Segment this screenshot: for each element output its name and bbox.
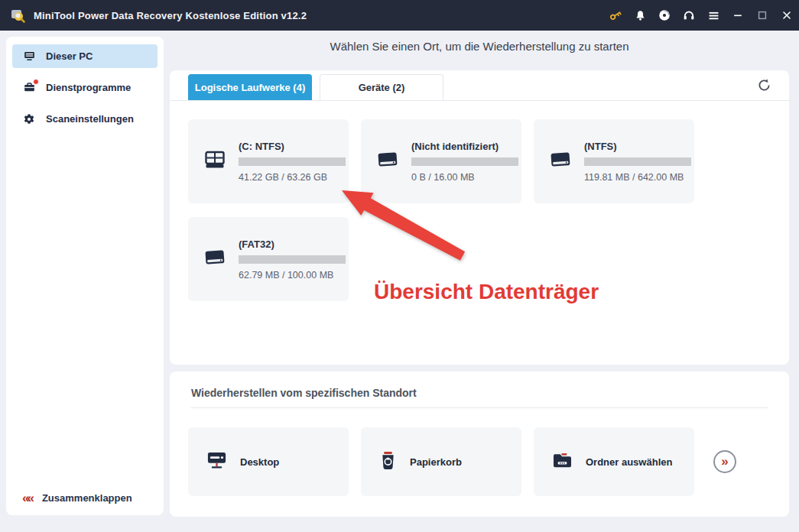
drive-size: 62.79 MB / 100.00 MB xyxy=(239,270,346,281)
double-chevron-left-icon: «« xyxy=(22,491,32,504)
location-card-papierkorb[interactable]: Papierkorb xyxy=(361,427,521,496)
drive-card-nicht-identifiziert[interactable]: (Nicht identifiziert) 0 B / 16.00 MB xyxy=(361,119,521,203)
capacity-bar xyxy=(411,157,518,166)
expand-locations-button[interactable]: » xyxy=(713,450,736,473)
sidebar-item-label: Dieser PC xyxy=(46,50,93,62)
drive-name: (NTFS) xyxy=(584,141,691,152)
drive-size: 41.22 GB / 63.26 GB xyxy=(239,172,346,183)
collapse-sidebar-button[interactable]: «« Zusammenklappen xyxy=(22,491,132,504)
refresh-icon[interactable] xyxy=(755,76,772,93)
annotation-text: Übersicht Datenträger xyxy=(374,280,599,304)
sidebar-item-scaneinstellungen[interactable]: Scaneinstellungen xyxy=(12,107,158,131)
location-label: Papierkorb xyxy=(410,456,462,468)
drive-card-ntfs[interactable]: (NTFS) 119.81 MB / 642.00 MB xyxy=(534,119,694,203)
license-key-icon[interactable] xyxy=(603,0,628,31)
drive-icon xyxy=(376,150,399,173)
specific-location-panel: Wiederherstellen vom spezifischen Stando… xyxy=(170,371,789,517)
drive-name: (FAT32) xyxy=(239,238,346,250)
sidebar-item-label: Dienstprogramme xyxy=(46,82,131,93)
window-title: MiniTool Power Data Recovery Kostenlose … xyxy=(34,10,307,21)
notifications-bell-icon[interactable] xyxy=(628,0,652,31)
drive-name: (Nicht identifiziert) xyxy=(411,141,518,152)
app-logo-icon xyxy=(9,7,26,24)
location-label: Ordner auswählen xyxy=(586,456,672,468)
capacity-bar xyxy=(239,157,346,166)
drive-icon xyxy=(203,248,226,271)
pc-icon xyxy=(22,50,36,63)
drive-size: 119.81 MB / 642.00 MB xyxy=(584,172,691,183)
maximize-icon[interactable] xyxy=(750,0,775,31)
location-card-desktop[interactable]: Desktop xyxy=(188,427,349,496)
capacity-bar xyxy=(239,255,346,264)
desktop-icon xyxy=(206,450,227,473)
sidebar-item-label: Scaneinstellungen xyxy=(46,113,134,125)
drives-panel: Logische Laufwerke (4) Geräte (2) (C: NT… xyxy=(170,70,789,365)
section-title: Wiederherstellen vom spezifischen Stando… xyxy=(170,371,789,399)
close-icon[interactable] xyxy=(775,0,799,31)
tab-logische-laufwerke[interactable]: Logische Laufwerke (4) xyxy=(188,74,312,100)
drive-card-fat32[interactable]: (FAT32) 62.79 MB / 100.00 MB xyxy=(188,217,349,301)
sidebar-item-dienstprogramme[interactable]: Dienstprogramme xyxy=(12,76,158,99)
system-drive-icon xyxy=(203,150,226,173)
notification-dot xyxy=(33,79,39,85)
menu-icon[interactable] xyxy=(701,0,726,31)
sidebar: Dieser PC Dienstprogramme Scaneinstellun… xyxy=(6,37,164,515)
location-label: Desktop xyxy=(240,456,279,468)
drive-card-c-ntfs[interactable]: (C: NTFS) 41.22 GB / 63.26 GB xyxy=(188,119,349,203)
page-title: Wählen Sie einen Ort, um die Wiederherst… xyxy=(170,40,789,53)
support-headset-icon[interactable] xyxy=(677,0,701,31)
location-card-row: Desktop Papierkorb xyxy=(170,408,789,496)
titlebar: MiniTool Power Data Recovery Kostenlose … xyxy=(0,0,799,31)
capacity-bar xyxy=(584,157,691,166)
location-card-ordner-auswaehlen[interactable]: Ordner auswählen xyxy=(534,427,694,496)
toolbox-icon xyxy=(22,81,36,95)
drive-icon xyxy=(549,150,572,173)
trash-icon xyxy=(379,450,397,474)
double-chevron-right-icon: » xyxy=(721,455,728,468)
drive-name: (C: NTFS) xyxy=(239,141,346,152)
minimize-icon[interactable] xyxy=(726,0,750,31)
tab-bar: Logische Laufwerke (4) Geräte (2) xyxy=(170,70,789,101)
media-builder-disc-icon[interactable] xyxy=(652,0,677,31)
drive-size: 0 B / 16.00 MB xyxy=(411,172,518,183)
folder-icon xyxy=(552,452,573,472)
gear-icon xyxy=(22,112,36,126)
tab-geraete[interactable]: Geräte (2) xyxy=(320,74,443,100)
collapse-label: Zusammenklappen xyxy=(42,492,132,504)
sidebar-item-dieser-pc[interactable]: Dieser PC xyxy=(12,44,158,68)
